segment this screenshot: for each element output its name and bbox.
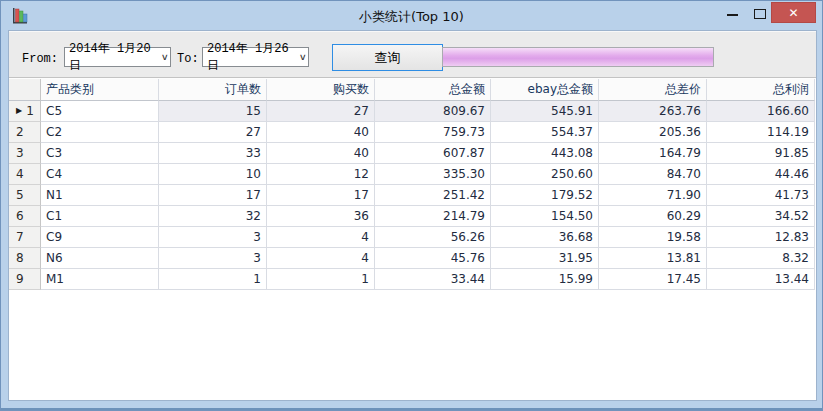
column-header-0[interactable]: 产品类别 xyxy=(41,79,159,101)
minimize-icon[interactable] xyxy=(727,14,738,16)
to-date-picker[interactable]: 2014年 1月26日 ∨ xyxy=(202,47,309,67)
table-row: 7C93456.2636.6819.5812.83 xyxy=(9,227,816,248)
grid-cell[interactable]: C3 xyxy=(41,143,159,164)
grid-cell[interactable]: 84.70 xyxy=(599,164,707,185)
grid-cell[interactable]: 41.73 xyxy=(707,185,815,206)
grid-cell[interactable]: 250.60 xyxy=(491,164,599,185)
grid-cell[interactable]: 15 xyxy=(159,101,267,122)
grid-cell[interactable]: 34.52 xyxy=(707,206,815,227)
query-button[interactable]: 查询 xyxy=(332,44,443,71)
row-header[interactable]: 2 xyxy=(9,122,41,143)
grid-cell[interactable]: 4 xyxy=(267,248,375,269)
grid-cell[interactable]: 56.26 xyxy=(375,227,491,248)
grid-cell[interactable]: 154.50 xyxy=(491,206,599,227)
grid-cell[interactable]: 13.81 xyxy=(599,248,707,269)
grid-cell[interactable]: 17 xyxy=(159,185,267,206)
table-row: 3C33340607.87443.08164.7991.85 xyxy=(9,143,816,164)
grid-cell[interactable]: 32 xyxy=(159,206,267,227)
grid-cell[interactable]: C2 xyxy=(41,122,159,143)
row-header[interactable]: 6 xyxy=(9,206,41,227)
grid-cell[interactable]: N6 xyxy=(41,248,159,269)
grid-cell[interactable]: 1 xyxy=(159,269,267,290)
row-number: 5 xyxy=(16,188,24,202)
grid-cell[interactable]: 114.19 xyxy=(707,122,815,143)
grid-cell[interactable]: C5 xyxy=(41,101,159,122)
table-row: 8N63445.7631.9513.818.32 xyxy=(9,248,816,269)
row-header[interactable]: 5 xyxy=(9,185,41,206)
from-date-picker[interactable]: 2014年 1月20日 ∨ xyxy=(64,47,171,67)
grid-cell[interactable]: 91.85 xyxy=(707,143,815,164)
close-icon[interactable]: ✕ xyxy=(771,2,816,23)
grid-cell[interactable]: 554.37 xyxy=(491,122,599,143)
column-header-5[interactable]: 总差价 xyxy=(599,79,707,101)
grid-cell[interactable]: 759.73 xyxy=(375,122,491,143)
row-number: 8 xyxy=(16,251,24,265)
grid-cell[interactable]: M1 xyxy=(41,269,159,290)
row-header[interactable]: 4 xyxy=(9,164,41,185)
chevron-down-icon[interactable]: ∨ xyxy=(299,52,306,63)
maximize-icon[interactable] xyxy=(754,9,766,19)
row-header[interactable]: 7 xyxy=(9,227,41,248)
column-header-2[interactable]: 购买数 xyxy=(267,79,375,101)
grid-cell[interactable]: 443.08 xyxy=(491,143,599,164)
grid-cell[interactable]: 33.44 xyxy=(375,269,491,290)
grid-cell[interactable]: 10 xyxy=(159,164,267,185)
current-row-arrow-icon: ▶ xyxy=(16,107,22,115)
grid-cell[interactable]: 12 xyxy=(267,164,375,185)
app-window: 小类统计(Top 10) ✕ From: 2014年 1月20日 ∨ To: 2… xyxy=(0,0,823,411)
grid-cell[interactable]: 36.68 xyxy=(491,227,599,248)
grid-cell[interactable]: 179.52 xyxy=(491,185,599,206)
grid-cell[interactable]: C9 xyxy=(41,227,159,248)
grid-cell[interactable]: 17 xyxy=(267,185,375,206)
grid-cell[interactable]: 263.76 xyxy=(599,101,707,122)
row-header[interactable]: 3 xyxy=(9,143,41,164)
grid-cell[interactable]: 205.36 xyxy=(599,122,707,143)
grid-cell[interactable]: 214.79 xyxy=(375,206,491,227)
grid-cell[interactable]: C1 xyxy=(41,206,159,227)
grid-corner-cell[interactable] xyxy=(9,79,41,101)
grid-cell[interactable]: 809.67 xyxy=(375,101,491,122)
grid-cell[interactable]: 31.95 xyxy=(491,248,599,269)
row-header[interactable]: 8 xyxy=(9,248,41,269)
grid-cell[interactable]: 27 xyxy=(159,122,267,143)
grid-cell[interactable]: 60.29 xyxy=(599,206,707,227)
data-grid: 产品类别订单数购买数总金额ebay总金额总差价总利润▶1C51527809.67… xyxy=(9,79,816,400)
table-row: 6C13236214.79154.5060.2934.52 xyxy=(9,206,816,227)
column-header-6[interactable]: 总利润 xyxy=(707,79,815,101)
grid-cell[interactable]: C4 xyxy=(41,164,159,185)
column-header-3[interactable]: 总金额 xyxy=(375,79,491,101)
row-header[interactable]: 9 xyxy=(9,269,41,290)
grid-cell[interactable]: 17.45 xyxy=(599,269,707,290)
row-number: 7 xyxy=(16,230,24,244)
grid-cell[interactable]: 40 xyxy=(267,143,375,164)
grid-cell[interactable]: N1 xyxy=(41,185,159,206)
chevron-down-icon[interactable]: ∨ xyxy=(161,52,168,63)
grid-cell[interactable]: 3 xyxy=(159,227,267,248)
grid-cell[interactable]: 33 xyxy=(159,143,267,164)
column-header-4[interactable]: ebay总金额 xyxy=(491,79,599,101)
grid-cell[interactable]: 19.58 xyxy=(599,227,707,248)
grid-cell[interactable]: 27 xyxy=(267,101,375,122)
grid-cell[interactable]: 36 xyxy=(267,206,375,227)
grid-cell[interactable]: 335.30 xyxy=(375,164,491,185)
to-date-value: 2014年 1月26日 xyxy=(207,40,296,74)
grid-cell[interactable]: 1 xyxy=(267,269,375,290)
grid-cell[interactable]: 251.42 xyxy=(375,185,491,206)
grid-cell[interactable]: 166.60 xyxy=(707,101,815,122)
grid-cell[interactable]: 3 xyxy=(159,248,267,269)
column-header-1[interactable]: 订单数 xyxy=(159,79,267,101)
row-header[interactable]: ▶1 xyxy=(9,101,41,122)
title-bar[interactable]: 小类统计(Top 10) ✕ xyxy=(1,1,822,31)
grid-cell[interactable]: 545.91 xyxy=(491,101,599,122)
grid-cell[interactable]: 71.90 xyxy=(599,185,707,206)
grid-cell[interactable]: 607.87 xyxy=(375,143,491,164)
grid-cell[interactable]: 12.83 xyxy=(707,227,815,248)
grid-cell[interactable]: 4 xyxy=(267,227,375,248)
grid-cell[interactable]: 44.46 xyxy=(707,164,815,185)
grid-cell[interactable]: 15.99 xyxy=(491,269,599,290)
grid-cell[interactable]: 8.32 xyxy=(707,248,815,269)
grid-cell[interactable]: 45.76 xyxy=(375,248,491,269)
grid-cell[interactable]: 164.79 xyxy=(599,143,707,164)
grid-cell[interactable]: 40 xyxy=(267,122,375,143)
grid-cell[interactable]: 13.44 xyxy=(707,269,815,290)
